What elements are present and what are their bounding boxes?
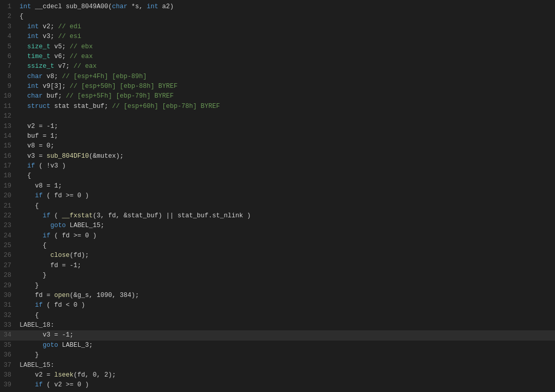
table-row: 4 int v3; // esi bbox=[0, 32, 555, 42]
fn-token: open bbox=[54, 292, 70, 299]
cmt-token: // [esp+5Fh] [ebp-79h] BYREF bbox=[66, 92, 174, 100]
table-row: 1int __cdecl sub_8049A00(char *s, int a2… bbox=[0, 2, 555, 12]
line-content: if ( __fxstat(3, fd, &stat_buf) || stat_… bbox=[16, 211, 555, 221]
line-content: } bbox=[16, 271, 555, 281]
kw-token: if bbox=[43, 232, 50, 239]
table-row: 2{ bbox=[0, 12, 555, 22]
kw-token: int bbox=[27, 83, 39, 90]
line-content: buf = 1; bbox=[16, 132, 555, 141]
kw-token: if bbox=[35, 302, 43, 309]
table-row: 24 if ( fd >= 0 ) bbox=[0, 231, 555, 241]
line-content: { bbox=[16, 311, 555, 321]
cmt-token: // [esp+50h] [ebp-88h] BYREF bbox=[70, 83, 178, 90]
table-row: 17 if ( !v3 ) bbox=[0, 161, 555, 171]
kw-token: int bbox=[27, 23, 39, 30]
table-row: 28 } bbox=[0, 271, 555, 281]
code-editor: 1int __cdecl sub_8049A00(char *s, int a2… bbox=[0, 0, 555, 392]
line-number: 15 bbox=[0, 141, 16, 151]
line-content: int v2; // edi bbox=[16, 22, 555, 32]
line-number: 11 bbox=[0, 102, 16, 111]
line-number: 33 bbox=[0, 321, 16, 330]
line-content: { bbox=[16, 171, 555, 181]
table-row: 18 { bbox=[0, 171, 555, 181]
line-number: 25 bbox=[0, 241, 16, 251]
line-number: 17 bbox=[0, 161, 16, 171]
line-number: 37 bbox=[0, 361, 16, 370]
line-content: int __cdecl sub_8049A00(char *s, int a2) bbox=[16, 2, 555, 12]
table-row: 37LABEL_15: bbox=[0, 361, 555, 370]
table-row: 13 v2 = -1; bbox=[0, 122, 555, 132]
line-content: v8 = 1; bbox=[16, 181, 555, 191]
table-row: 40 { bbox=[0, 390, 555, 392]
line-number: 14 bbox=[0, 132, 16, 141]
kw-token: int bbox=[20, 3, 31, 10]
line-content: goto LABEL_15; bbox=[16, 221, 555, 231]
line-content: if ( v2 >= 0 ) bbox=[16, 380, 555, 390]
line-number: 5 bbox=[0, 42, 16, 52]
line-content: { bbox=[16, 390, 555, 392]
table-row: 16 v3 = sub_804DF10(&mutex); bbox=[0, 152, 555, 161]
line-number: 23 bbox=[0, 221, 16, 231]
line-number: 28 bbox=[0, 271, 16, 281]
line-number: 19 bbox=[0, 181, 16, 191]
table-row: 31 if ( fd < 0 ) bbox=[0, 301, 555, 310]
table-row: 35 goto LABEL_3; bbox=[0, 341, 555, 350]
type-token: size_t bbox=[27, 43, 50, 50]
table-row: 9 int v9[3]; // [esp+50h] [ebp-88h] BYRE… bbox=[0, 82, 555, 91]
fn-token: lseek bbox=[54, 371, 74, 379]
table-row: 19 v8 = 1; bbox=[0, 181, 555, 191]
kw-token: if bbox=[35, 192, 43, 199]
line-content: struct stat stat_buf; // [esp+60h] [ebp-… bbox=[16, 102, 555, 111]
line-content: v2 = lseek(fd, 0, 2); bbox=[16, 370, 555, 380]
line-content: int v3; // esi bbox=[16, 32, 555, 42]
type-token: time_t bbox=[27, 53, 50, 60]
table-row: 3 int v2; // edi bbox=[0, 22, 555, 32]
label-token: LABEL_15: bbox=[20, 362, 54, 369]
line-content: { bbox=[16, 12, 555, 22]
line-number: 24 bbox=[0, 231, 16, 241]
line-content: if ( !v3 ) bbox=[16, 161, 555, 171]
line-content: int v9[3]; // [esp+50h] [ebp-88h] BYREF bbox=[16, 82, 555, 91]
table-row: 8 char v8; // [esp+4Fh] [ebp-89h] bbox=[0, 72, 555, 82]
line-number: 30 bbox=[0, 291, 16, 301]
kw-token: goto bbox=[43, 342, 58, 349]
kw-token: char bbox=[27, 92, 43, 100]
line-number: 29 bbox=[0, 281, 16, 291]
table-row: 12 bbox=[0, 111, 555, 121]
line-number: 39 bbox=[0, 380, 16, 390]
kw-token: int bbox=[147, 3, 159, 10]
line-number: 3 bbox=[0, 22, 16, 32]
line-number: 21 bbox=[0, 201, 16, 211]
line-content: } bbox=[16, 350, 555, 360]
line-content: char v8; // [esp+4Fh] [ebp-89h] bbox=[16, 72, 555, 82]
table-row: 14 buf = 1; bbox=[0, 132, 555, 141]
table-row: 33LABEL_18: bbox=[0, 321, 555, 330]
line-content: if ( fd >= 0 ) bbox=[16, 191, 555, 201]
table-row: 20 if ( fd >= 0 ) bbox=[0, 191, 555, 201]
line-number: 8 bbox=[0, 72, 16, 82]
line-content: size_t v5; // ebx bbox=[16, 42, 555, 52]
line-number: 38 bbox=[0, 370, 16, 380]
line-content: if ( fd < 0 ) bbox=[16, 301, 555, 310]
line-content: { bbox=[16, 201, 555, 211]
table-row: 22 if ( __fxstat(3, fd, &stat_buf) || st… bbox=[0, 211, 555, 221]
kw-token: int bbox=[27, 33, 39, 40]
line-number: 10 bbox=[0, 91, 16, 101]
line-content: goto LABEL_3; bbox=[16, 341, 555, 350]
type-token: ssize_t bbox=[27, 63, 54, 70]
table-row: 5 size_t v5; // ebx bbox=[0, 42, 555, 52]
line-number: 18 bbox=[0, 171, 16, 181]
table-row: 38 v2 = lseek(fd, 0, 2); bbox=[0, 370, 555, 380]
line-content: ssize_t v7; // eax bbox=[16, 62, 555, 71]
line-content: if ( fd >= 0 ) bbox=[16, 231, 555, 241]
fn-token: __fxstat bbox=[62, 212, 93, 219]
line-number: 36 bbox=[0, 350, 16, 360]
table-row: 6 time_t v6; // eax bbox=[0, 52, 555, 62]
table-row: 30 fd = open(&g_s, 1090, 384); bbox=[0, 291, 555, 301]
kw-token: char bbox=[112, 3, 127, 10]
table-row: 32 { bbox=[0, 311, 555, 321]
table-row: 23 goto LABEL_15; bbox=[0, 221, 555, 231]
cmt-token: // esi bbox=[58, 33, 81, 40]
line-number: 4 bbox=[0, 32, 16, 42]
line-number: 7 bbox=[0, 62, 16, 71]
